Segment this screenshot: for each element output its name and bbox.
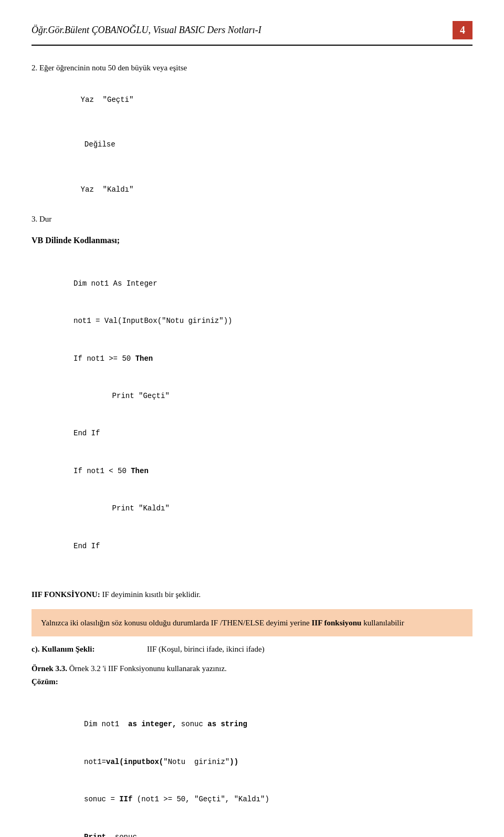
page-number: 4 [453,21,472,39]
section2-intro: 2. Eğer öğrencinin notu 50 den büyük vey… [32,61,472,74]
vb-heading: VB Dilinde Kodlanması; [32,236,472,245]
ex33-line2: not1=val(inputbox("Notu giriniz")) [84,756,472,769]
usage-text: IIF (Koşul, birinci ifade, ikinci ifade) [147,645,265,654]
vb-code-line7: Print "Kaldı" [74,503,472,515]
usage-label: c). Kullanım Şekli: [32,645,126,654]
example33-code: Dim not1 as integer, sonuc as string not… [84,694,472,837]
cozum33-label: Çözüm: [32,677,472,686]
ex33-line1: Dim not1 as integer, sonuc as string [84,718,472,731]
page: Öğr.Gör.Bülent ÇOBANOĞLU, Visual BASIC D… [0,0,504,837]
vb-code-line5: End If [74,427,472,440]
ex33-line3: sonuc = IIf (not1 >= 50, "Geçti", "Kaldı… [84,793,472,806]
usage-line: c). Kullanım Şekli: IIF (Koşul, birinci … [32,645,472,654]
vb-code-line4: Print "Geçti" [74,390,472,403]
page-header: Öğr.Gör.Bülent ÇOBANOĞLU, Visual BASIC D… [32,21,472,46]
iif-heading-bold: IIF FONKSİYONU: [32,590,100,599]
section2-yaz-gecti: Yaz "Geçti" [63,81,472,119]
ex33-line4: Print sonuc [84,831,472,837]
iif-heading-text: IF deyiminin kısıtlı bir şeklidir. [100,590,201,599]
vb-code-line2: not1 = Val(InputBox("Notu giriniz")) [74,315,472,328]
vb-code-line3: If not1 >= 50 Then [74,353,472,365]
vb-code-line8: End If [74,540,472,553]
iif-heading-line: IIF FONKSİYONU: IF deyiminin kısıtlı bir… [32,588,472,601]
example33-heading: Örnek 3.3. Örnek 3.2 'i IIF Fonksiyonunu… [32,664,472,673]
header-title: Öğr.Gör.Bülent ÇOBANOĞLU, Visual BASIC D… [32,25,261,36]
highlight-text1: Yalnızca iki olasılığın söz konusu olduğ… [41,619,312,627]
vb-code-line1: Dim not1 As Integer [74,278,472,290]
section2-dur: 3. Dur [32,213,472,225]
vb-code-line6: If not1 < 50 Then [74,465,472,478]
highlight-text2: kullanılabilir [361,619,404,627]
section2-yaz-kaldi: Yaz "Kaldı" [63,171,472,208]
highlight-bold: IIF fonksiyonu [312,619,362,627]
iif-highlight-block: Yalnızca iki olasılığın söz konusu olduğ… [32,609,472,636]
section2-degilse: Değilse [32,126,472,163]
vb-code-block: Dim not1 As Integer not1 = Val(InputBox(… [74,253,472,578]
